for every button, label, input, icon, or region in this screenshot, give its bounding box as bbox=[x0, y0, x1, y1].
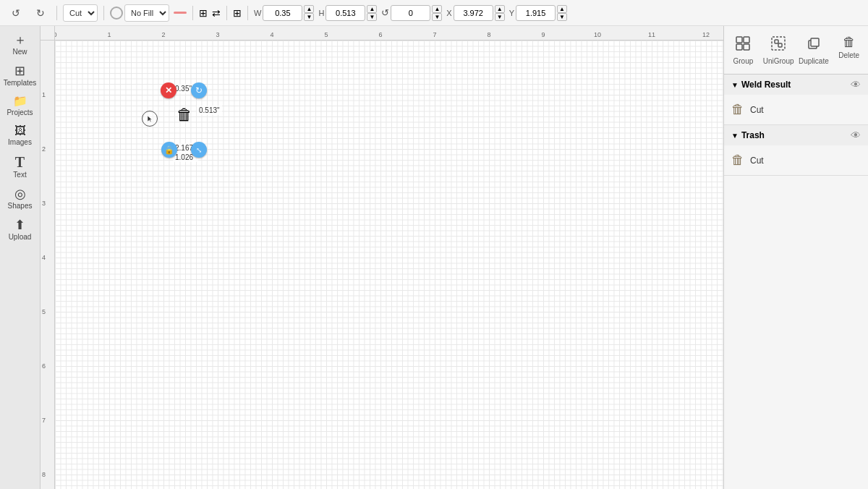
fill-select[interactable]: No Fill bbox=[124, 4, 169, 22]
ruler-mark-left-4: 4 bbox=[41, 254, 46, 261]
x-stepper: ▲ ▼ bbox=[495, 5, 505, 21]
group-label: Group bbox=[733, 57, 753, 65]
templates-icon: ⊞ bbox=[14, 64, 25, 77]
undo-button[interactable]: ↺ bbox=[6, 3, 26, 23]
trash-section-header[interactable]: ▼ Trash 👁 bbox=[724, 125, 868, 145]
ruler-left: 1 2 3 4 5 6 7 8 bbox=[41, 41, 55, 489]
ruler-mark-3: 3 bbox=[216, 31, 219, 40]
trash-section-title: ▼ Trash bbox=[731, 130, 765, 140]
ruler-mark-6: 6 bbox=[378, 31, 382, 40]
weld-result-item-label: Cut bbox=[750, 105, 764, 115]
separator-3 bbox=[192, 6, 193, 20]
chevron-down-icon-2: ▼ bbox=[731, 132, 739, 140]
separator-5 bbox=[247, 6, 248, 20]
y-up[interactable]: ▲ bbox=[557, 5, 567, 13]
sidebar-item-images[interactable]: 🖼 Images bbox=[2, 121, 38, 149]
width-input[interactable] bbox=[263, 5, 302, 21]
chevron-down-icon: ▼ bbox=[731, 81, 739, 89]
left-sidebar: ＋ New ⊞ Templates 📁 Projects 🖼 Images T … bbox=[0, 26, 41, 489]
redo-button[interactable]: ↻ bbox=[30, 3, 51, 23]
ruler-mark-11: 11 bbox=[648, 31, 655, 40]
separator-4 bbox=[226, 6, 227, 20]
ruler-mark-8: 8 bbox=[487, 31, 490, 40]
lock-button[interactable]: 🔒 bbox=[161, 142, 177, 158]
rotate-icon: ↺ bbox=[381, 7, 389, 18]
close-button[interactable]: ✕ bbox=[161, 82, 176, 98]
weld-result-visibility-icon[interactable]: 👁 bbox=[851, 79, 861, 90]
sidebar-item-projects[interactable]: 📁 Projects bbox=[2, 91, 38, 119]
ruler-mark-2: 2 bbox=[161, 31, 165, 40]
y-label: Y bbox=[509, 9, 514, 17]
canvas-grid[interactable] bbox=[55, 41, 723, 489]
duplicate-icon bbox=[805, 35, 822, 56]
upload-label: Upload bbox=[9, 233, 32, 241]
align-button[interactable]: ⊞ bbox=[233, 7, 242, 19]
svg-rect-6 bbox=[778, 43, 782, 47]
weld-result-content: 🗑 Cut bbox=[724, 95, 868, 124]
scale-handle[interactable]: ⤡ bbox=[191, 142, 207, 158]
ungroup-icon bbox=[770, 35, 787, 56]
text-icon: T bbox=[15, 155, 25, 169]
rotate-up[interactable]: ▲ bbox=[432, 5, 442, 13]
images-icon: 🖼 bbox=[14, 125, 26, 137]
sidebar-item-upload[interactable]: ⬆ Upload bbox=[2, 214, 38, 244]
svg-rect-3 bbox=[744, 44, 749, 50]
ruler-mark-4: 4 bbox=[270, 31, 273, 40]
trash-section-content: 🗑 Cut bbox=[724, 145, 868, 175]
weld-result-header[interactable]: ▼ Weld Result 👁 bbox=[724, 75, 868, 95]
weld-result-section: ▼ Weld Result 👁 🗑 Cut bbox=[724, 75, 868, 125]
duplicate-button[interactable]: Duplicate bbox=[798, 32, 830, 68]
height-group: H ▲ ▼ bbox=[318, 5, 377, 21]
delete-button[interactable]: 🗑 Delete bbox=[833, 32, 865, 68]
x-input[interactable] bbox=[454, 5, 493, 21]
svg-rect-5 bbox=[775, 40, 778, 43]
sidebar-item-text[interactable]: T Text bbox=[2, 150, 38, 182]
top-toolbar: ↺ ↻ Cut No Fill ⊞ ⇄ ⊞ W ▲ ▼ H ▲ ▼ bbox=[0, 0, 868, 26]
text-label: Text bbox=[13, 171, 26, 179]
width-down[interactable]: ▼ bbox=[304, 13, 314, 21]
arrange-button[interactable]: ⊞ bbox=[199, 7, 208, 19]
upload-icon: ⬆ bbox=[14, 218, 25, 231]
weld-result-item-icon: 🗑 bbox=[731, 102, 744, 117]
rotate-handle[interactable]: ↻ bbox=[191, 82, 207, 98]
ruler-mark-left-5: 5 bbox=[41, 308, 46, 315]
y-group: Y ▲ ▼ bbox=[509, 5, 567, 21]
rotate-input[interactable] bbox=[391, 5, 430, 21]
trash-visibility-icon[interactable]: 👁 bbox=[851, 129, 861, 141]
sidebar-item-shapes[interactable]: ◎ Shapes bbox=[2, 183, 38, 213]
ruler-mark-5: 5 bbox=[324, 31, 328, 40]
width-up[interactable]: ▲ bbox=[304, 5, 314, 13]
fill-color-swatch[interactable] bbox=[110, 7, 123, 20]
y-input[interactable] bbox=[516, 5, 556, 21]
trash-section: ▼ Trash 👁 🗑 Cut bbox=[724, 125, 868, 176]
height-down[interactable]: ▼ bbox=[367, 13, 377, 21]
rotate-group: ↺ ▲ ▼ bbox=[381, 5, 442, 21]
y-stepper: ▲ ▼ bbox=[557, 5, 567, 21]
panel-bottom bbox=[724, 176, 868, 489]
group-button[interactable]: Group bbox=[727, 32, 759, 68]
x-down[interactable]: ▼ bbox=[495, 13, 505, 21]
y-down[interactable]: ▼ bbox=[557, 13, 567, 21]
duplicate-label: Duplicate bbox=[799, 57, 829, 65]
projects-icon: 📁 bbox=[13, 95, 27, 107]
cut-select[interactable]: Cut bbox=[63, 4, 98, 22]
x-group: X ▲ ▼ bbox=[446, 5, 504, 21]
trash-item-icon: 🗑 bbox=[731, 153, 744, 168]
ungroup-button[interactable]: UniGroup bbox=[762, 32, 794, 68]
height-input[interactable] bbox=[326, 5, 365, 21]
sidebar-item-templates[interactable]: ⊞ Templates bbox=[2, 60, 38, 90]
height-up[interactable]: ▲ bbox=[367, 5, 377, 13]
sidebar-item-new[interactable]: ＋ New bbox=[2, 29, 38, 59]
ruler-mark-1: 1 bbox=[107, 31, 111, 40]
ruler-mark-10: 10 bbox=[594, 31, 601, 40]
trash-object[interactable]: 🗑 bbox=[176, 106, 195, 129]
mirror-button[interactable]: ⇄ bbox=[212, 7, 221, 19]
ruler-mark-9: 9 bbox=[541, 31, 545, 40]
ruler-mark-left-3: 3 bbox=[41, 200, 46, 207]
rotate-down[interactable]: ▼ bbox=[432, 13, 442, 21]
trash-item: 🗑 Cut bbox=[731, 150, 861, 171]
x-up[interactable]: ▲ bbox=[495, 5, 505, 13]
canvas-area[interactable]: 0 1 2 3 4 5 6 7 8 9 10 11 12 1 2 3 4 5 6… bbox=[41, 26, 723, 489]
ruler-top: 0 1 2 3 4 5 6 7 8 9 10 11 12 bbox=[55, 26, 723, 41]
panel-actions: Group UniGroup bbox=[724, 26, 868, 75]
